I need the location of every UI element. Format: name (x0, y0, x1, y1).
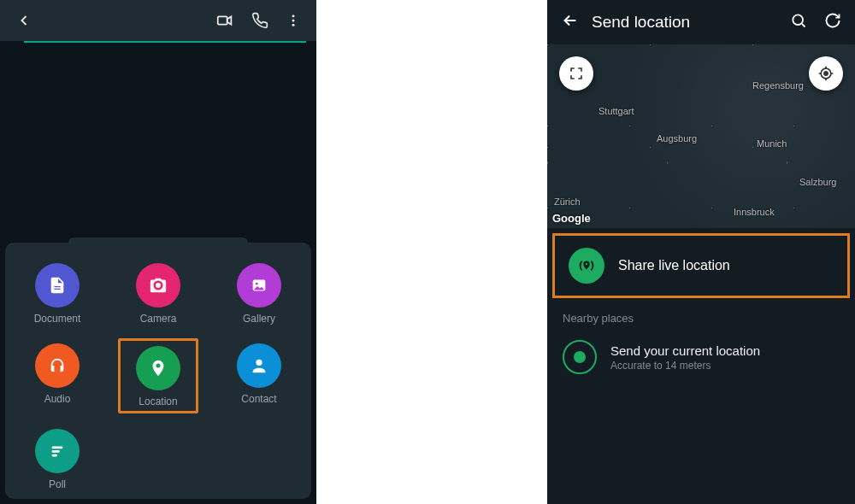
gallery-icon (237, 263, 281, 308)
svg-point-6 (256, 360, 262, 366)
fullscreen-icon (569, 66, 584, 81)
attach-camera[interactable]: Camera (127, 263, 189, 325)
page-title: Send location (592, 13, 690, 32)
nearby-places-label: Nearby places (547, 303, 855, 328)
svg-rect-9 (52, 454, 57, 457)
attach-label: Camera (140, 313, 177, 325)
fullscreen-button[interactable] (559, 56, 593, 91)
map-city-label: Salzburg (799, 177, 836, 187)
person-icon (237, 343, 281, 388)
overflow-menu-icon[interactable] (277, 4, 310, 37)
svg-point-10 (793, 15, 803, 25)
map-city-label: Regensburg (752, 80, 804, 91)
svg-point-1 (292, 15, 295, 17)
my-location-button[interactable] (809, 56, 843, 91)
search-icon[interactable] (781, 3, 816, 41)
attach-label: Gallery (243, 313, 275, 325)
attach-gallery[interactable]: Gallery (228, 263, 290, 325)
live-location-icon (569, 248, 604, 284)
attach-document[interactable]: Document (27, 263, 88, 325)
svg-point-2 (292, 20, 295, 22)
share-live-location-label: Share live location (618, 258, 730, 273)
chat-screen: Document Camera Gallery Audio (0, 0, 316, 504)
map-city-label: Stuttgart (598, 106, 634, 116)
attach-label: Location (139, 396, 177, 407)
attach-contact[interactable]: Contact (228, 343, 290, 410)
attach-label: Document (34, 313, 81, 325)
poll-icon (35, 429, 80, 473)
location-highlight: Location (118, 338, 198, 413)
document-icon (35, 263, 80, 308)
share-live-location-option[interactable]: Share live location (552, 233, 850, 298)
map-city-label: Munich (757, 138, 787, 149)
camera-icon (136, 263, 180, 308)
attach-label: Contact (241, 393, 276, 405)
svg-rect-8 (52, 450, 60, 453)
attach-audio[interactable]: Audio (27, 343, 88, 410)
chat-body (0, 43, 316, 243)
map-view[interactable]: Stuttgart Regensburg Augsburg Munich Sal… (547, 44, 855, 228)
svg-rect-7 (52, 447, 63, 449)
attach-label: Audio (44, 393, 71, 405)
svg-rect-0 (218, 16, 227, 24)
chat-header (0, 0, 316, 41)
map-attribution: Google (552, 212, 591, 225)
map-city-label: Zürich (554, 196, 581, 207)
video-call-icon[interactable] (207, 3, 243, 38)
attach-location[interactable]: Location (127, 346, 189, 407)
headphones-icon (35, 343, 80, 388)
message-input-bar[interactable] (68, 237, 248, 243)
attach-poll[interactable]: Poll (27, 429, 88, 490)
voice-call-icon[interactable] (243, 3, 277, 38)
current-location-accuracy: Accurate to 14 meters (610, 360, 760, 372)
location-header: Send location (547, 0, 855, 44)
send-location-screen: Send location Stuttgart Regensburg Augsb… (547, 0, 855, 504)
send-current-location-option[interactable]: Send your current location Accurate to 1… (547, 328, 855, 386)
target-icon (817, 65, 834, 82)
attachment-picker-sheet: Document Camera Gallery Audio (5, 243, 311, 499)
current-location-title: Send your current location (610, 343, 760, 358)
location-pin-icon (136, 346, 180, 390)
refresh-icon[interactable] (816, 3, 850, 41)
attach-label: Poll (49, 478, 66, 490)
map-city-label: Augsburg (657, 133, 697, 144)
back-icon[interactable] (552, 3, 588, 42)
map-city-label: Innsbruck (734, 207, 775, 217)
svg-point-12 (824, 72, 828, 75)
current-location-icon (563, 340, 597, 374)
svg-point-3 (292, 24, 295, 26)
gap (316, 0, 547, 504)
svg-point-5 (256, 283, 258, 285)
back-icon[interactable] (7, 3, 41, 38)
